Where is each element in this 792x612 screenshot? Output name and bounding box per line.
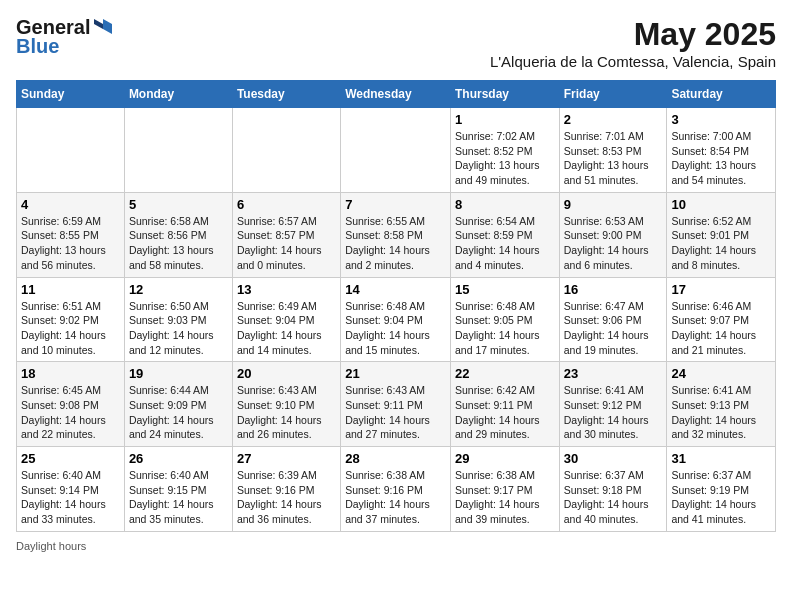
calendar-cell: 4Sunrise: 6:59 AM Sunset: 8:55 PM Daylig… xyxy=(17,192,125,277)
day-number: 17 xyxy=(671,282,771,297)
calendar-cell xyxy=(124,108,232,193)
day-info: Sunrise: 6:54 AM Sunset: 8:59 PM Dayligh… xyxy=(455,214,555,273)
day-number: 25 xyxy=(21,451,120,466)
day-info: Sunrise: 6:38 AM Sunset: 9:17 PM Dayligh… xyxy=(455,468,555,527)
logo: General Blue xyxy=(16,16,114,58)
day-number: 29 xyxy=(455,451,555,466)
calendar-cell: 6Sunrise: 6:57 AM Sunset: 8:57 PM Daylig… xyxy=(232,192,340,277)
calendar-cell: 21Sunrise: 6:43 AM Sunset: 9:11 PM Dayli… xyxy=(341,362,451,447)
day-info: Sunrise: 6:43 AM Sunset: 9:10 PM Dayligh… xyxy=(237,383,336,442)
day-info: Sunrise: 6:58 AM Sunset: 8:56 PM Dayligh… xyxy=(129,214,228,273)
logo-flag-icon xyxy=(92,17,114,39)
day-info: Sunrise: 6:39 AM Sunset: 9:16 PM Dayligh… xyxy=(237,468,336,527)
calendar-cell: 24Sunrise: 6:41 AM Sunset: 9:13 PM Dayli… xyxy=(667,362,776,447)
calendar-cell: 25Sunrise: 6:40 AM Sunset: 9:14 PM Dayli… xyxy=(17,447,125,532)
day-info: Sunrise: 6:40 AM Sunset: 9:15 PM Dayligh… xyxy=(129,468,228,527)
calendar-row: 11Sunrise: 6:51 AM Sunset: 9:02 PM Dayli… xyxy=(17,277,776,362)
day-number: 9 xyxy=(564,197,663,212)
day-info: Sunrise: 6:57 AM Sunset: 8:57 PM Dayligh… xyxy=(237,214,336,273)
day-number: 11 xyxy=(21,282,120,297)
calendar-cell xyxy=(17,108,125,193)
day-number: 8 xyxy=(455,197,555,212)
day-number: 21 xyxy=(345,366,446,381)
calendar-cell: 7Sunrise: 6:55 AM Sunset: 8:58 PM Daylig… xyxy=(341,192,451,277)
calendar-cell: 31Sunrise: 6:37 AM Sunset: 9:19 PM Dayli… xyxy=(667,447,776,532)
day-info: Sunrise: 7:01 AM Sunset: 8:53 PM Dayligh… xyxy=(564,129,663,188)
footer: Daylight hours xyxy=(16,540,776,552)
column-header-wednesday: Wednesday xyxy=(341,81,451,108)
day-number: 26 xyxy=(129,451,228,466)
day-number: 31 xyxy=(671,451,771,466)
day-number: 13 xyxy=(237,282,336,297)
day-info: Sunrise: 6:47 AM Sunset: 9:06 PM Dayligh… xyxy=(564,299,663,358)
day-info: Sunrise: 6:55 AM Sunset: 8:58 PM Dayligh… xyxy=(345,214,446,273)
day-number: 22 xyxy=(455,366,555,381)
day-info: Sunrise: 7:00 AM Sunset: 8:54 PM Dayligh… xyxy=(671,129,771,188)
day-info: Sunrise: 6:48 AM Sunset: 9:04 PM Dayligh… xyxy=(345,299,446,358)
column-header-friday: Friday xyxy=(559,81,667,108)
day-number: 3 xyxy=(671,112,771,127)
day-number: 23 xyxy=(564,366,663,381)
day-info: Sunrise: 6:49 AM Sunset: 9:04 PM Dayligh… xyxy=(237,299,336,358)
day-number: 1 xyxy=(455,112,555,127)
column-header-monday: Monday xyxy=(124,81,232,108)
day-info: Sunrise: 6:46 AM Sunset: 9:07 PM Dayligh… xyxy=(671,299,771,358)
day-info: Sunrise: 6:42 AM Sunset: 9:11 PM Dayligh… xyxy=(455,383,555,442)
calendar-cell: 16Sunrise: 6:47 AM Sunset: 9:06 PM Dayli… xyxy=(559,277,667,362)
daylight-label: Daylight hours xyxy=(16,540,86,552)
svg-marker-0 xyxy=(103,19,112,34)
day-number: 30 xyxy=(564,451,663,466)
calendar-cell: 28Sunrise: 6:38 AM Sunset: 9:16 PM Dayli… xyxy=(341,447,451,532)
day-number: 19 xyxy=(129,366,228,381)
day-number: 20 xyxy=(237,366,336,381)
calendar-cell: 2Sunrise: 7:01 AM Sunset: 8:53 PM Daylig… xyxy=(559,108,667,193)
day-info: Sunrise: 6:50 AM Sunset: 9:03 PM Dayligh… xyxy=(129,299,228,358)
calendar-cell: 14Sunrise: 6:48 AM Sunset: 9:04 PM Dayli… xyxy=(341,277,451,362)
day-number: 18 xyxy=(21,366,120,381)
day-number: 27 xyxy=(237,451,336,466)
calendar-cell xyxy=(341,108,451,193)
calendar-cell: 30Sunrise: 6:37 AM Sunset: 9:18 PM Dayli… xyxy=(559,447,667,532)
day-number: 2 xyxy=(564,112,663,127)
day-info: Sunrise: 6:41 AM Sunset: 9:12 PM Dayligh… xyxy=(564,383,663,442)
calendar-cell xyxy=(232,108,340,193)
column-header-sunday: Sunday xyxy=(17,81,125,108)
day-info: Sunrise: 7:02 AM Sunset: 8:52 PM Dayligh… xyxy=(455,129,555,188)
day-info: Sunrise: 6:44 AM Sunset: 9:09 PM Dayligh… xyxy=(129,383,228,442)
day-number: 15 xyxy=(455,282,555,297)
calendar-cell: 3Sunrise: 7:00 AM Sunset: 8:54 PM Daylig… xyxy=(667,108,776,193)
svg-marker-1 xyxy=(94,19,103,29)
calendar-row: 1Sunrise: 7:02 AM Sunset: 8:52 PM Daylig… xyxy=(17,108,776,193)
calendar-header-row: SundayMondayTuesdayWednesdayThursdayFrid… xyxy=(17,81,776,108)
calendar-cell: 5Sunrise: 6:58 AM Sunset: 8:56 PM Daylig… xyxy=(124,192,232,277)
page-header: General Blue May 2025 L'Alqueria de la C… xyxy=(16,16,776,70)
day-info: Sunrise: 6:53 AM Sunset: 9:00 PM Dayligh… xyxy=(564,214,663,273)
calendar-cell: 10Sunrise: 6:52 AM Sunset: 9:01 PM Dayli… xyxy=(667,192,776,277)
day-info: Sunrise: 6:37 AM Sunset: 9:19 PM Dayligh… xyxy=(671,468,771,527)
logo-blue: Blue xyxy=(16,35,59,58)
location-title: L'Alqueria de la Comtessa, Valencia, Spa… xyxy=(490,53,776,70)
calendar-row: 18Sunrise: 6:45 AM Sunset: 9:08 PM Dayli… xyxy=(17,362,776,447)
month-title: May 2025 xyxy=(490,16,776,53)
day-number: 16 xyxy=(564,282,663,297)
column-header-thursday: Thursday xyxy=(450,81,559,108)
title-section: May 2025 L'Alqueria de la Comtessa, Vale… xyxy=(490,16,776,70)
calendar-cell: 1Sunrise: 7:02 AM Sunset: 8:52 PM Daylig… xyxy=(450,108,559,193)
day-info: Sunrise: 6:41 AM Sunset: 9:13 PM Dayligh… xyxy=(671,383,771,442)
calendar-cell: 22Sunrise: 6:42 AM Sunset: 9:11 PM Dayli… xyxy=(450,362,559,447)
calendar-cell: 23Sunrise: 6:41 AM Sunset: 9:12 PM Dayli… xyxy=(559,362,667,447)
day-info: Sunrise: 6:43 AM Sunset: 9:11 PM Dayligh… xyxy=(345,383,446,442)
calendar-row: 25Sunrise: 6:40 AM Sunset: 9:14 PM Dayli… xyxy=(17,447,776,532)
day-info: Sunrise: 6:37 AM Sunset: 9:18 PM Dayligh… xyxy=(564,468,663,527)
day-number: 14 xyxy=(345,282,446,297)
calendar-cell: 20Sunrise: 6:43 AM Sunset: 9:10 PM Dayli… xyxy=(232,362,340,447)
day-info: Sunrise: 6:48 AM Sunset: 9:05 PM Dayligh… xyxy=(455,299,555,358)
calendar-cell: 15Sunrise: 6:48 AM Sunset: 9:05 PM Dayli… xyxy=(450,277,559,362)
day-info: Sunrise: 6:45 AM Sunset: 9:08 PM Dayligh… xyxy=(21,383,120,442)
day-number: 4 xyxy=(21,197,120,212)
day-number: 7 xyxy=(345,197,446,212)
calendar-cell: 8Sunrise: 6:54 AM Sunset: 8:59 PM Daylig… xyxy=(450,192,559,277)
day-number: 28 xyxy=(345,451,446,466)
calendar-cell: 18Sunrise: 6:45 AM Sunset: 9:08 PM Dayli… xyxy=(17,362,125,447)
column-header-tuesday: Tuesday xyxy=(232,81,340,108)
